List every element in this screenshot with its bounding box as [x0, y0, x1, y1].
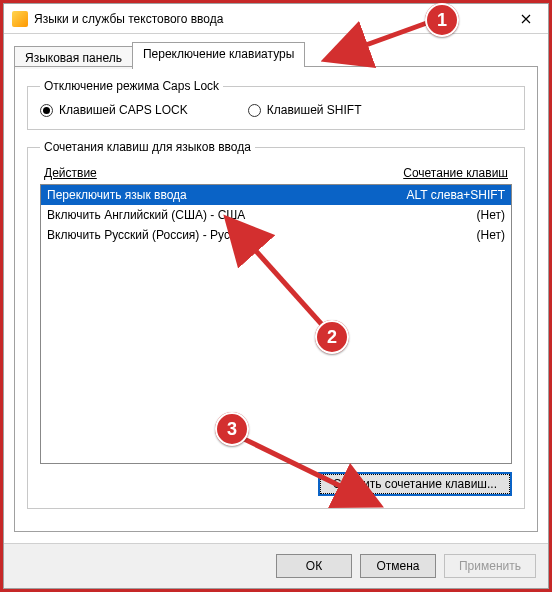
list-item[interactable]: Переключить язык вводаALT слева+SHIFT	[41, 185, 511, 205]
list-headers: Действие Сочетание клавиш	[40, 164, 512, 182]
list-item-combo: ALT слева+SHIFT	[407, 188, 506, 202]
radio-shift-label: Клавишей SHIFT	[267, 103, 362, 117]
capslock-radios: Клавишей CAPS LOCK Клавишей SHIFT	[40, 103, 512, 117]
content-area: Языковая панель Переключение клавиатуры …	[4, 34, 548, 543]
list-item[interactable]: Включить Английский (США) - США(Нет)	[41, 205, 511, 225]
ok-button[interactable]: ОК	[276, 554, 352, 578]
capslock-group: Отключение режима Caps Lock Клавишей CAP…	[27, 79, 525, 130]
window-frame: Языки и службы текстового ввода Языковая…	[3, 3, 549, 589]
tab-keyboard-switch[interactable]: Переключение клавиатуры	[132, 42, 305, 67]
apply-button[interactable]: Применить	[444, 554, 536, 578]
hotkeys-list[interactable]: Переключить язык вводаALT слева+SHIFTВкл…	[40, 184, 512, 464]
dialog-button-bar: ОК Отмена Применить	[4, 543, 548, 588]
change-hotkey-button[interactable]: Сменить сочетание клавиш...	[318, 472, 512, 496]
radio-shift[interactable]: Клавишей SHIFT	[248, 103, 362, 117]
list-item-action: Переключить язык ввода	[47, 188, 407, 202]
radio-dot-icon	[40, 104, 53, 117]
close-button[interactable]	[503, 4, 548, 34]
capslock-legend: Отключение режима Caps Lock	[40, 79, 223, 93]
hotkeys-legend: Сочетания клавиш для языков ввода	[40, 140, 255, 154]
change-row: Сменить сочетание клавиш...	[40, 472, 512, 496]
col-action-header: Действие	[44, 166, 403, 180]
radio-capslock-label: Клавишей CAPS LOCK	[59, 103, 188, 117]
tab-strip: Языковая панель Переключение клавиатуры	[14, 42, 538, 67]
list-item-combo: (Нет)	[477, 208, 505, 222]
list-item[interactable]: Включить Русский (Россия) - Русская(Нет)	[41, 225, 511, 245]
list-item-action: Включить Русский (Россия) - Русская	[47, 228, 477, 242]
hotkeys-group: Сочетания клавиш для языков ввода Действ…	[27, 140, 525, 509]
close-icon	[521, 14, 531, 24]
list-item-action: Включить Английский (США) - США	[47, 208, 477, 222]
window-title: Языки и службы текстового ввода	[34, 12, 503, 26]
col-combo-header: Сочетание клавиш	[403, 166, 508, 180]
cancel-button[interactable]: Отмена	[360, 554, 436, 578]
radio-capslock[interactable]: Клавишей CAPS LOCK	[40, 103, 188, 117]
list-item-combo: (Нет)	[477, 228, 505, 242]
titlebar: Языки и службы текстового ввода	[4, 4, 548, 34]
radio-dot-icon	[248, 104, 261, 117]
tab-panel: Отключение режима Caps Lock Клавишей CAP…	[14, 66, 538, 532]
app-icon	[12, 11, 28, 27]
